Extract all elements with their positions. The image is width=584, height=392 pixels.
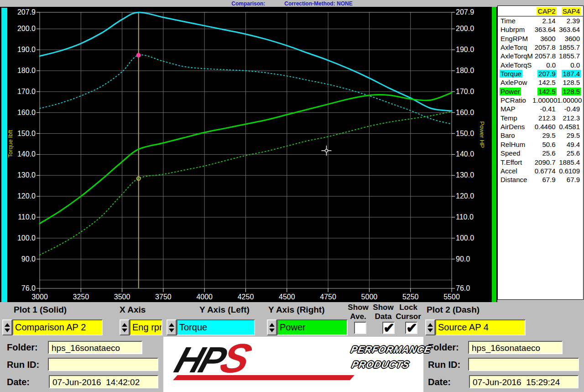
spinner-up-icon[interactable]: [122, 323, 127, 327]
plot1-spinner[interactable]: [2, 319, 12, 335]
tick-label-right: 160.0: [456, 109, 474, 116]
table-cell: 212.3: [532, 114, 556, 122]
table-cell: 207.9: [532, 69, 556, 78]
tick-label-left: 190.0: [17, 46, 36, 53]
spinner-up-icon[interactable]: [428, 323, 433, 327]
crosshair-icon: [325, 149, 328, 152]
dyno-plot[interactable]: 207.9207.9200.0200.0190.0190.0180.0180.0…: [0, 7, 497, 302]
runid-field-right[interactable]: [468, 358, 579, 371]
plot1-select[interactable]: Comparison AP 2: [12, 319, 103, 335]
table-cell: 3600: [532, 34, 556, 43]
yaxis-right-spinner[interactable]: [267, 319, 277, 335]
table-cell: 29.5: [532, 131, 556, 140]
date-field-right[interactable]: 07-Jun-2016 15:29:24: [469, 375, 579, 388]
table-cell: 142.5: [532, 78, 556, 87]
show-ave-checkbox[interactable]: [354, 322, 366, 334]
tick-label-right: 90.0: [456, 255, 470, 263]
table-cell: 1.00000: [556, 96, 581, 105]
power-axis-title: Power HP: [479, 121, 485, 148]
spinner-down-icon[interactable]: [5, 329, 10, 332]
right-axis-color-bar: [492, 7, 496, 302]
torque-axis-title: Torque lbft: [7, 130, 14, 157]
tick-label-right: 120.0: [456, 192, 474, 200]
table-cell: 67.9: [532, 175, 556, 184]
tick-label-right: 190.0: [456, 46, 474, 53]
table-row: Baro29.529.5: [498, 131, 583, 140]
table-row: AxleTorq2057.81855.7: [498, 43, 583, 52]
runid-field-left[interactable]: [48, 358, 158, 371]
table-row: Speed25.625.6: [498, 149, 583, 157]
table-header-sap4: SAP4: [557, 7, 581, 15]
show-ave-label: Show Ave.: [347, 303, 370, 321]
tick-label-x: 4500: [279, 293, 295, 301]
spinner-up-icon[interactable]: [169, 323, 174, 327]
table-row: Torque207.9187.4: [498, 69, 583, 78]
table-header-cap2: CAP2: [532, 7, 556, 15]
table-row-label: Distance: [498, 175, 532, 184]
table-row-label: AxlePow: [498, 78, 532, 87]
table-cell: 50.6: [532, 140, 556, 149]
spinner-down-icon[interactable]: [169, 329, 174, 332]
xaxis-spinner[interactable]: [120, 319, 130, 335]
table-row-label: MAP: [498, 105, 532, 113]
table-cell: 0.0: [532, 61, 557, 69]
table-row: MAP-0.41-0.49: [498, 105, 583, 113]
table-cell: 3600: [557, 34, 581, 43]
spinner-down-icon[interactable]: [428, 329, 433, 332]
table-row-label: T.Effort: [498, 158, 532, 167]
table-cell: -0.49: [557, 105, 581, 113]
tagline-line1: PERFORMANCE: [350, 344, 433, 355]
spinner-down-icon[interactable]: [122, 329, 127, 332]
table-row: Hubrpm363.64363.64: [498, 25, 583, 34]
table-cell: 363.64: [557, 25, 581, 34]
table-row-label: Temp: [498, 114, 532, 122]
xaxis-select[interactable]: Eng rpm: [130, 319, 162, 335]
folder-field-left[interactable]: hps_16sonataeco: [48, 341, 142, 354]
runid-label-right: Run ID:: [428, 360, 460, 370]
spinner-down-icon[interactable]: [269, 329, 275, 332]
yaxis-right-label: Y Axis (Right): [268, 305, 325, 315]
tick-label-left: 120.0: [17, 192, 36, 200]
spinner-up-icon[interactable]: [269, 323, 275, 327]
yaxis-right-select[interactable]: Power: [277, 319, 348, 335]
spinner-up-icon[interactable]: [5, 323, 10, 327]
tick-label-x: 5500: [443, 293, 460, 301]
table-row: AxleTorqS0.00.0: [498, 61, 583, 69]
comparison-label: Comparison:: [231, 0, 265, 7]
table-row-label: Power: [498, 87, 532, 96]
table-row: AirDens0.44600.4581: [498, 122, 583, 131]
table-row: Power142.5128.5: [498, 87, 583, 96]
data-table-body: Time2.142.39Hubrpm363.64363.64EngRPM3600…: [498, 16, 583, 184]
tick-label-left: 150.0: [17, 130, 36, 137]
folder-field-right[interactable]: hps_16sonataeco: [468, 341, 563, 354]
table-cell: 2057.8: [532, 52, 557, 60]
tick-label-left: 207.9: [17, 8, 36, 16]
hps-logo-tagline: PERFORMANCE PRODUCTS: [347, 344, 433, 370]
lock-cursor-checkbox[interactable]: ✔: [405, 322, 417, 334]
date-field-left[interactable]: 07-Jun-2016 14:42:02: [49, 375, 158, 388]
tick-label-x: 4250: [238, 293, 254, 301]
table-cell: 128.5: [557, 78, 581, 87]
date-label-left: Date:: [7, 377, 30, 387]
yaxis-left-spinner[interactable]: [167, 319, 177, 335]
table-cell: 67.9: [557, 175, 581, 184]
plot2-spinner[interactable]: [425, 319, 435, 335]
table-cell: 0.6774: [532, 167, 556, 175]
dyno-chart-area[interactable]: 207.9207.9200.0200.0190.0190.0180.0180.0…: [0, 7, 497, 302]
table-row-label: EngRPM: [498, 34, 532, 43]
tick-label-left: 160.0: [17, 109, 36, 116]
table-cell: 1885.4: [557, 158, 581, 167]
plot1-label: Plot 1 (Solid): [14, 305, 67, 315]
window-header: Comparison: Correction-Method: NONE: [0, 0, 584, 7]
tick-label-right: 200.0: [456, 25, 474, 32]
show-data-checkbox[interactable]: ✔: [382, 322, 395, 334]
tick-label-left: 110.0: [18, 213, 36, 221]
plot2-select[interactable]: Source AP 4: [435, 319, 526, 335]
tick-label-right: 207.9: [456, 8, 474, 16]
table-row: Time2.142.39: [498, 16, 583, 25]
tick-label-left: 100.0: [17, 234, 36, 242]
table-cell: 2.39: [557, 16, 581, 25]
hps-logo-swoosh: [173, 375, 355, 380]
table-header-row: CAP2 SAP4: [498, 6, 583, 16]
yaxis-left-select[interactable]: Torque: [177, 319, 255, 335]
